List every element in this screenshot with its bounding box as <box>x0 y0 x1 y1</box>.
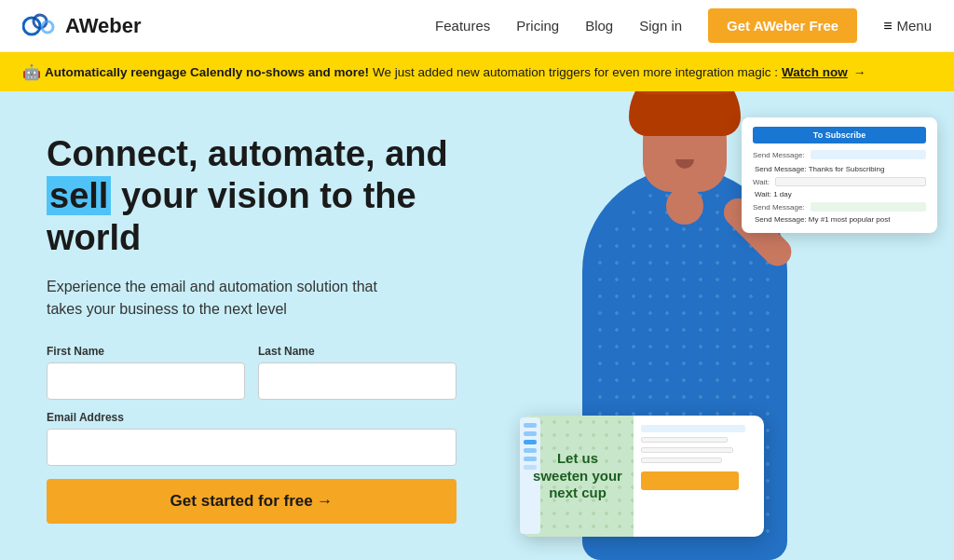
nav-blog[interactable]: Blog <box>585 18 613 34</box>
mockup-row-1: Send Message: <box>753 150 926 159</box>
mockup-text-1: Send Message: Thanks for Subscribing <box>753 165 926 173</box>
headline-highlight: sell <box>47 176 111 215</box>
menu-label: Menu <box>896 18 932 34</box>
nav-pricing[interactable]: Pricing <box>516 18 559 34</box>
menu-toggle[interactable]: ≡ Menu <box>883 18 932 34</box>
email-input[interactable] <box>47 429 457 466</box>
mockup-row-3: Send Message: <box>753 202 926 212</box>
email-card-mockup: Let us sweeten your next cup <box>522 416 764 537</box>
email-field: Email Address <box>47 411 457 466</box>
hero-right: To Subscribe Send Message: Send Message:… <box>484 91 954 560</box>
hero-section: Connect, automate, and sell your vision … <box>0 91 954 560</box>
announcement-link[interactable]: Watch now <box>782 65 848 79</box>
hamburger-icon: ≡ <box>883 18 892 34</box>
announcement-arrow: → <box>853 65 866 79</box>
hero-subtext: Experience the email and automation solu… <box>47 276 401 321</box>
mockup-text-3: Send Message: My #1 most popular post <box>753 215 926 224</box>
hero-headline: Connect, automate, and sell your vision … <box>47 133 457 258</box>
mockup-label-2: Wait: <box>753 178 770 186</box>
first-name-input[interactable] <box>47 362 245 400</box>
first-name-field: First Name <box>47 345 245 400</box>
name-fields-row: First Name Last Name <box>47 345 457 400</box>
get-aweber-free-button[interactable]: Get AWeber Free <box>708 8 857 43</box>
headline-part1: Connect, automate, and <box>47 134 448 173</box>
card-text: Let us sweeten your next cup <box>533 450 622 502</box>
logo-text: AWeber <box>65 14 142 38</box>
navbar: AWeber Features Pricing Blog Sign in Get… <box>0 0 954 52</box>
nav-links: Features Pricing Blog Sign in Get AWeber… <box>435 8 932 43</box>
announcement-bold: Automatically reengage Calendly no-shows… <box>45 65 369 79</box>
mockup-subscribe-bar: To Subscribe <box>753 127 926 143</box>
email-automation-mockup: To Subscribe Send Message: Send Message:… <box>742 117 937 233</box>
mockup-label-3: Send Message: <box>753 203 805 212</box>
get-started-button[interactable]: Get started for free → <box>47 479 457 524</box>
announcement-icon: 🤖 <box>22 63 41 81</box>
mockup-text-2: Wait: 1 day <box>753 190 926 198</box>
nav-features[interactable]: Features <box>435 18 490 34</box>
mockup-row-2: Wait: <box>753 177 926 186</box>
email-label: Email Address <box>47 411 457 424</box>
last-name-label: Last Name <box>258 345 457 358</box>
first-name-label: First Name <box>47 345 245 358</box>
mockup-label-1: Send Message: <box>753 151 805 159</box>
last-name-input[interactable] <box>258 362 457 400</box>
signup-form: First Name Last Name Email Address Get s… <box>47 345 457 524</box>
card-right <box>634 416 764 537</box>
aweber-logo-icon <box>22 8 58 44</box>
logo[interactable]: AWeber <box>22 8 142 44</box>
last-name-field: Last Name <box>258 345 457 400</box>
nav-signin[interactable]: Sign in <box>639 18 682 34</box>
hero-left: Connect, automate, and sell your vision … <box>0 91 484 560</box>
announcement-normal: We just added new automation triggers fo… <box>373 65 778 79</box>
announcement-bar: 🤖 Automatically reengage Calendly no-sho… <box>0 52 954 91</box>
